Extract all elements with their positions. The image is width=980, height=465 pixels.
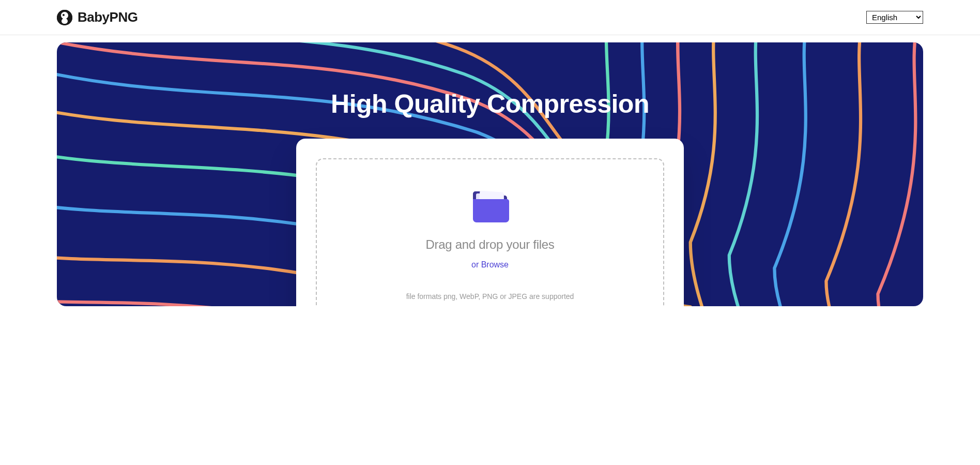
brand-icon [57,10,72,25]
svg-point-1 [63,14,65,16]
browse-link[interactable]: or Browse [471,260,509,269]
brand-logo[interactable]: BabyPNG [57,9,137,25]
upload-card: Drag and drop your files or Browse file … [296,139,684,306]
brand-name: BabyPNG [78,9,137,25]
drop-instruction-text: Drag and drop your files [327,237,653,252]
file-drop-zone[interactable]: Drag and drop your files or Browse file … [316,158,664,306]
hero-section: High Quality Compression Drag and drop y… [57,42,923,306]
hero-title: High Quality Compression [57,42,923,119]
language-select[interactable]: English [866,11,923,24]
app-header: BabyPNG English [0,0,980,35]
supported-formats-text: file formats png, WebP, PNG or JPEG are … [327,292,653,301]
folder-icon [471,188,509,223]
hero-section-wrap: High Quality Compression Drag and drop y… [0,35,980,306]
